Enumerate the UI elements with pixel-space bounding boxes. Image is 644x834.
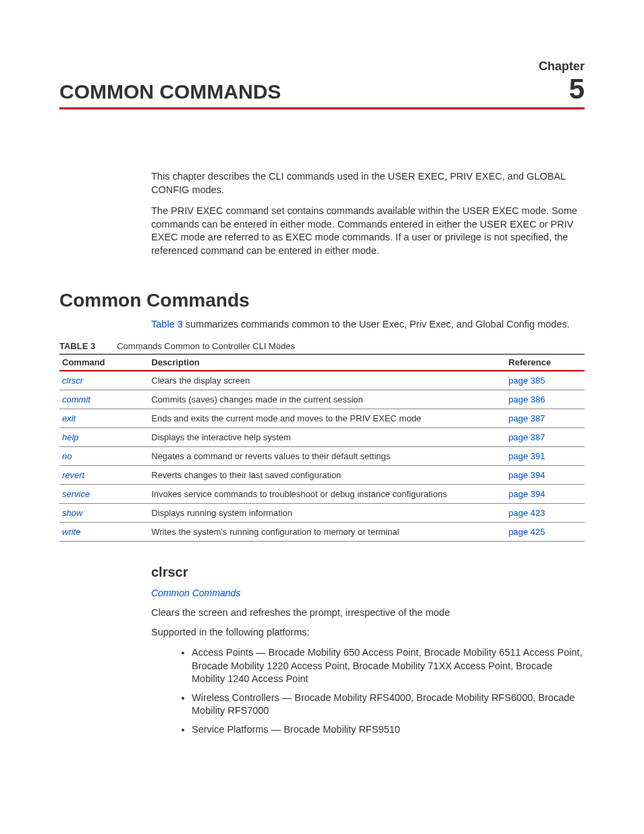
command-link[interactable]: commit <box>62 394 90 405</box>
command-link[interactable]: write <box>62 527 80 537</box>
table-ref-link[interactable]: Table 3 <box>151 319 183 330</box>
chapter-header: COMMON COMMANDS 5 <box>59 75 585 109</box>
command-link[interactable]: clrscr <box>62 375 83 386</box>
page-ref-link[interactable]: page 385 <box>508 375 545 386</box>
chapter-number: 5 <box>569 75 585 103</box>
table-row: clrscrClears the display screenpage 385 <box>59 371 585 390</box>
col-header-command: Command <box>59 354 149 371</box>
platform-item: Service Platforms — Brocade Mobility RFS… <box>192 723 585 737</box>
table-row: helpDisplays the interactive help system… <box>59 427 585 446</box>
col-header-description: Description <box>149 354 506 371</box>
clrscr-heading: clrscr <box>151 565 585 580</box>
clrscr-description: Clears the screen and refreshes the prom… <box>151 606 585 620</box>
command-link[interactable]: help <box>62 432 79 442</box>
section-heading: Common Commands <box>59 290 585 311</box>
page-ref-link[interactable]: page 387 <box>508 432 545 442</box>
table-label: TABLE 3 <box>59 341 95 351</box>
breadcrumb-link[interactable]: Common Commands <box>151 587 585 600</box>
section-summary: Table 3 summarizes commands common to th… <box>151 318 585 332</box>
table-caption: TABLE 3Commands Common to Controller CLI… <box>59 341 585 351</box>
intro-paragraph-1: This chapter describes the CLI commands … <box>151 170 585 197</box>
table-row: revertReverts changes to their last save… <box>59 465 585 484</box>
command-link[interactable]: show <box>62 508 82 518</box>
commands-table: Command Description Reference clrscrClea… <box>59 354 585 542</box>
intro-paragraph-2: The PRIV EXEC command set contains comma… <box>151 205 585 257</box>
command-description: Ends and exits the current mode and move… <box>149 409 506 427</box>
command-description: Displays the interactive help system <box>149 427 506 446</box>
table-row: showDisplays running system informationp… <box>59 503 585 522</box>
platform-item: Access Points — Brocade Mobility 650 Acc… <box>192 646 585 686</box>
clrscr-body: Common Commands Clears the screen and re… <box>151 587 585 736</box>
page-ref-link[interactable]: page 394 <box>508 489 545 499</box>
page-ref-link[interactable]: page 425 <box>508 527 545 537</box>
command-link[interactable]: service <box>62 489 90 499</box>
platforms-list: Access Points — Brocade Mobility 650 Acc… <box>151 646 585 736</box>
platform-item: Wireless Controllers — Brocade Mobility … <box>192 692 585 718</box>
intro-block: This chapter describes the CLI commands … <box>151 170 585 257</box>
command-description: Invokes service commands to troubleshoot… <box>149 484 506 503</box>
table-row: writeWrites the system's running configu… <box>59 522 585 541</box>
table-row: serviceInvokes service commands to troub… <box>59 484 585 503</box>
col-header-reference: Reference <box>506 354 585 371</box>
command-description: Writes the system's running configuratio… <box>149 522 506 541</box>
table-row: noNegates a command or reverts values to… <box>59 446 585 465</box>
page-ref-link[interactable]: page 386 <box>508 394 545 405</box>
page: Chapter COMMON COMMANDS 5 This chapter d… <box>0 0 644 834</box>
supported-label: Supported in the following platforms: <box>151 626 585 640</box>
command-link[interactable]: exit <box>62 413 76 423</box>
page-ref-link[interactable]: page 394 <box>508 470 545 480</box>
table-row: commitCommits (saves) changes made in th… <box>59 390 585 409</box>
command-description: Reverts changes to their last saved conf… <box>149 465 506 484</box>
command-description: Commits (saves) changes made in the curr… <box>149 390 506 409</box>
command-link[interactable]: no <box>62 451 72 461</box>
command-description: Clears the display screen <box>149 371 506 390</box>
command-description: Negates a command or reverts values to t… <box>149 446 506 465</box>
chapter-title: COMMON COMMANDS <box>59 80 281 103</box>
chapter-label: Chapter <box>59 59 585 74</box>
section-summary-rest: summarizes commands common to the User E… <box>183 319 570 330</box>
table-row: exitEnds and exits the current mode and … <box>59 409 585 427</box>
command-description: Displays running system information <box>149 503 506 522</box>
page-ref-link[interactable]: page 387 <box>508 413 545 423</box>
command-link[interactable]: revert <box>62 470 84 480</box>
table-caption-text: Commands Common to Controller CLI Modes <box>117 341 295 351</box>
page-ref-link[interactable]: page 423 <box>508 508 545 518</box>
page-ref-link[interactable]: page 391 <box>508 451 545 461</box>
